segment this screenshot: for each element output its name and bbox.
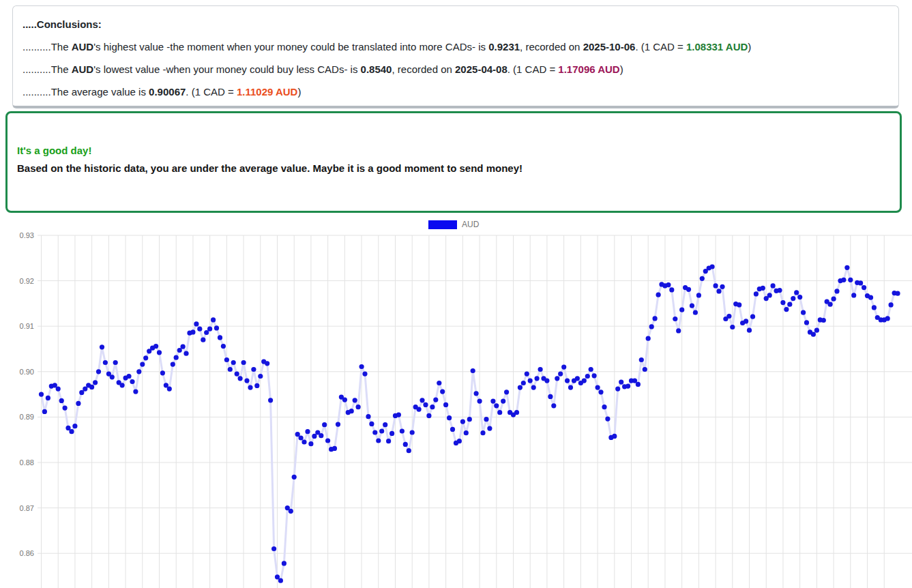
text-segment: 0.90067: [149, 86, 186, 98]
svg-text:0.90: 0.90: [20, 368, 34, 376]
svg-text:0.86: 0.86: [20, 549, 34, 557]
text-segment: , recorded on: [520, 41, 583, 53]
svg-text:0.89: 0.89: [20, 413, 34, 421]
text-segment: . (1 CAD =: [186, 86, 237, 98]
text-segment: AUD: [72, 63, 94, 75]
text-segment: . (1 CAD =: [635, 41, 686, 53]
text-segment: ..........The average value is: [23, 86, 149, 98]
recommendation-title: It's a good day!: [17, 142, 900, 160]
conclusion-line: .....Conclusions:: [23, 13, 887, 35]
conclusion-line: ..........The AUD's highest value -the m…: [23, 35, 887, 58]
text-segment: ): [297, 86, 301, 98]
conclusions-text: .....Conclusions:..........The AUD's hig…: [23, 13, 887, 103]
text-segment: ): [620, 63, 623, 75]
text-segment: 1.11029 AUD: [237, 86, 298, 98]
text-segment: 0.8540: [361, 63, 392, 75]
text-segment: ): [748, 41, 751, 53]
text-segment: 2025-04-08: [455, 63, 508, 75]
svg-text:0.92: 0.92: [20, 277, 34, 285]
recommendation-box: It's a good day! Based on the historic d…: [5, 111, 902, 213]
legend-swatch-aud: [428, 220, 457, 229]
text-segment: 's highest value -the moment when your m…: [93, 41, 488, 53]
text-segment: , recorded on: [392, 63, 455, 75]
chart-legend: AUD: [428, 220, 479, 229]
svg-text:0.93: 0.93: [20, 231, 34, 239]
legend-label: AUD: [462, 220, 479, 229]
text-segment: 2025-10-06: [583, 41, 636, 53]
text-segment: 0.9231: [488, 41, 520, 53]
conclusion-line: ..........The AUD's lowest value -when y…: [23, 58, 887, 80]
text-segment: ..........The: [23, 63, 72, 75]
conclusions-card: .....Conclusions:..........The AUD's hig…: [12, 5, 899, 108]
text-segment: 's lowest value -when your money could b…: [93, 63, 360, 75]
conclusion-line: ..........The average value is 0.90067. …: [23, 80, 887, 103]
svg-text:0.91: 0.91: [20, 322, 34, 330]
text-segment: ..........The: [23, 41, 72, 53]
svg-text:0.88: 0.88: [20, 458, 34, 467]
text-segment: .....Conclusions:: [23, 18, 102, 30]
text-segment: 1.08331 AUD: [686, 41, 748, 53]
text-segment: . (1 CAD =: [508, 63, 559, 75]
svg-text:0.87: 0.87: [20, 504, 34, 512]
recommendation-message: Based on the historic data, you are unde…: [17, 160, 900, 177]
text-segment: 1.17096 AUD: [558, 63, 619, 75]
text-segment: AUD: [72, 41, 94, 53]
